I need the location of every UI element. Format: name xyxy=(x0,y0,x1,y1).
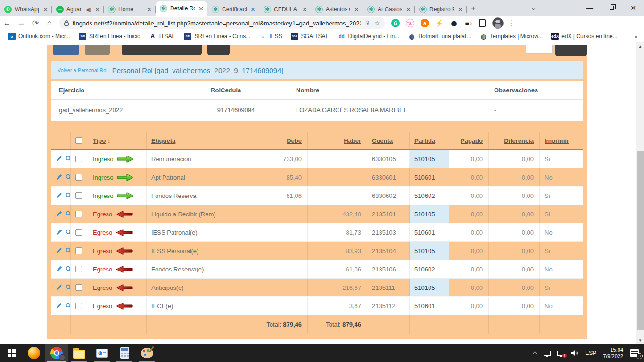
view-button[interactable] xyxy=(66,192,71,199)
view-button[interactable] xyxy=(66,284,71,291)
row-checkbox[interactable] xyxy=(75,174,82,181)
row-checkbox[interactable] xyxy=(75,284,82,291)
taskbar-firefox[interactable] xyxy=(23,344,45,362)
view-button[interactable] xyxy=(66,229,71,236)
bookmark-item[interactable]: AITSAE xyxy=(145,31,180,41)
start-button[interactable] xyxy=(0,344,23,362)
back-button[interactable]: ← xyxy=(0,16,14,30)
edit-button[interactable] xyxy=(56,156,62,162)
partida-link[interactable]: 510602 xyxy=(414,266,435,273)
sort-cuenta-link[interactable]: Cuenta xyxy=(372,137,393,144)
bookmark-item[interactable]: oOutlook.com - Micr... xyxy=(4,31,74,41)
avast-extension-icon[interactable]: a xyxy=(421,19,429,27)
toolbar-button-blue[interactable] xyxy=(53,45,79,55)
address-bar[interactable]: fingads.net/sf2/nomina/detalle_rol_list.… xyxy=(59,17,385,29)
volume-icon[interactable] xyxy=(571,350,578,356)
queue-extension-icon[interactable]: ≡♪ xyxy=(464,19,473,27)
alert-icon[interactable]: ! xyxy=(557,351,564,356)
row-checkbox[interactable] xyxy=(75,229,82,236)
row-checkbox[interactable] xyxy=(75,211,82,217)
partida-link[interactable]: 510105 xyxy=(414,284,435,291)
taskbar-chrome[interactable] xyxy=(45,344,68,362)
tab-close-icon[interactable]: ✕ xyxy=(146,6,153,13)
network-icon[interactable] xyxy=(544,351,551,356)
paw-extension-icon[interactable] xyxy=(450,19,458,27)
tab-close-icon[interactable]: ✕ xyxy=(42,6,49,13)
grammarly-extension-icon[interactable]: G xyxy=(391,19,400,27)
url-text[interactable]: fingads.net/sf2/nomina/detalle_rol_list.… xyxy=(73,20,361,27)
view-button[interactable] xyxy=(66,156,71,162)
partida-link[interactable]: 510601 xyxy=(414,229,435,236)
action-center-icon[interactable]: 3 xyxy=(630,349,639,357)
sort-partida-link[interactable]: Partida xyxy=(414,137,435,144)
partida-link[interactable]: 510602 xyxy=(414,192,435,199)
reader-extension-icon[interactable] xyxy=(479,19,486,27)
edit-button[interactable] xyxy=(56,211,62,217)
toolbar-button-tan[interactable] xyxy=(85,45,110,55)
partida-link[interactable]: 510105 xyxy=(414,211,435,218)
browser-tab-detalle-rol[interactable]: Detalle Rol✕ xyxy=(156,1,207,16)
share-icon[interactable]: ⇪ xyxy=(365,19,371,27)
partida-link[interactable]: 510105 xyxy=(414,247,435,255)
browser-tab-aguar[interactable]: Aguar◀)✕ xyxy=(52,3,104,16)
taskbar-paint[interactable] xyxy=(136,344,158,362)
tab-close-icon[interactable]: ✕ xyxy=(94,6,101,13)
language-indicator[interactable]: ESP xyxy=(585,350,596,356)
bookmark-item[interactable]: ♁IESS xyxy=(255,31,286,41)
edit-button[interactable] xyxy=(56,174,62,181)
edit-button[interactable] xyxy=(56,303,62,309)
select-all-checkbox[interactable] xyxy=(75,137,82,144)
bookmark-item[interactable]: ◍Templates | Microw... xyxy=(475,31,547,41)
bookmark-item[interactable]: SRISRI en Línea - Cons... xyxy=(180,31,255,41)
browser-tab-certificaci[interactable]: Certificaci✕ xyxy=(207,3,259,16)
tray-expand-chevron-icon[interactable] xyxy=(532,351,538,357)
row-checkbox[interactable] xyxy=(75,247,82,254)
browser-menu-kebab-icon[interactable]: ⋮ xyxy=(508,19,515,27)
view-button[interactable] xyxy=(66,211,71,217)
sort-tipo-link[interactable]: Tipo xyxy=(93,137,106,144)
row-checkbox[interactable] xyxy=(75,303,82,309)
taskbar-calculator[interactable] xyxy=(113,344,136,362)
back-to-personal-rol-link[interactable]: Volver a Personal Rol xyxy=(58,67,107,73)
browser-tab-at-gastos-s[interactable]: At Gastos S✕ xyxy=(363,3,415,16)
bookmark-item[interactable]: edXedX | Cursos en líne... xyxy=(547,31,622,41)
bookmark-item[interactable]: SGASGAITSAE xyxy=(287,31,334,41)
page-size-select[interactable] xyxy=(526,45,553,54)
profile-avatar[interactable] xyxy=(492,17,504,29)
toolbar-button-dark-small[interactable] xyxy=(207,45,230,55)
window-restore-button[interactable] xyxy=(601,0,622,16)
tab-close-icon[interactable]: ✕ xyxy=(198,5,205,12)
partida-link[interactable]: 510601 xyxy=(414,174,435,181)
sort-pagado-link[interactable]: Pagado xyxy=(461,137,483,144)
home-button[interactable]: ⌂ xyxy=(42,16,57,30)
bookmark-item[interactable]: SRISRI en Línea - Inicio xyxy=(74,31,145,41)
row-checkbox[interactable] xyxy=(75,156,82,162)
page-scrollbar[interactable]: ▲ ▼ xyxy=(636,42,644,344)
view-button[interactable] xyxy=(66,303,71,309)
edit-button[interactable] xyxy=(56,247,62,254)
view-button[interactable] xyxy=(66,266,71,272)
bookmark-item[interactable]: ddDigitalDefynd - Fin... xyxy=(334,31,404,41)
tab-close-icon[interactable]: ✕ xyxy=(405,6,412,13)
pink-extension-icon[interactable]: ᵔᴥᵔ xyxy=(406,19,414,27)
tab-close-icon[interactable]: ✕ xyxy=(249,6,256,13)
tab-close-icon[interactable]: ✕ xyxy=(353,6,360,13)
bookmark-item[interactable]: ◍Hotmart: una plataf... xyxy=(404,31,475,41)
reload-button[interactable]: ⟳ xyxy=(28,16,42,30)
row-checkbox[interactable] xyxy=(75,192,82,199)
bolt-extension-icon[interactable] xyxy=(435,19,444,27)
row-checkbox[interactable] xyxy=(75,266,82,272)
sort-haber-link[interactable]: Haber xyxy=(344,137,361,144)
toolbar-button-dark-wide[interactable] xyxy=(122,45,202,55)
view-button[interactable] xyxy=(66,174,71,181)
browser-tab-home[interactable]: Home✕ xyxy=(104,3,156,16)
scrollbar-thumb[interactable] xyxy=(637,151,644,330)
partida-link[interactable]: 510601 xyxy=(414,303,435,310)
edit-button[interactable] xyxy=(56,229,62,236)
forward-button[interactable]: → xyxy=(14,16,28,30)
bookmarks-overflow-chevron[interactable]: » xyxy=(634,33,637,40)
taskbar-file-explorer[interactable] xyxy=(68,344,91,362)
edit-button[interactable] xyxy=(56,284,62,291)
sort-etiqueta-link[interactable]: Etiqueta xyxy=(151,137,175,144)
sort-diferencia-link[interactable]: Diferencia xyxy=(504,137,534,144)
